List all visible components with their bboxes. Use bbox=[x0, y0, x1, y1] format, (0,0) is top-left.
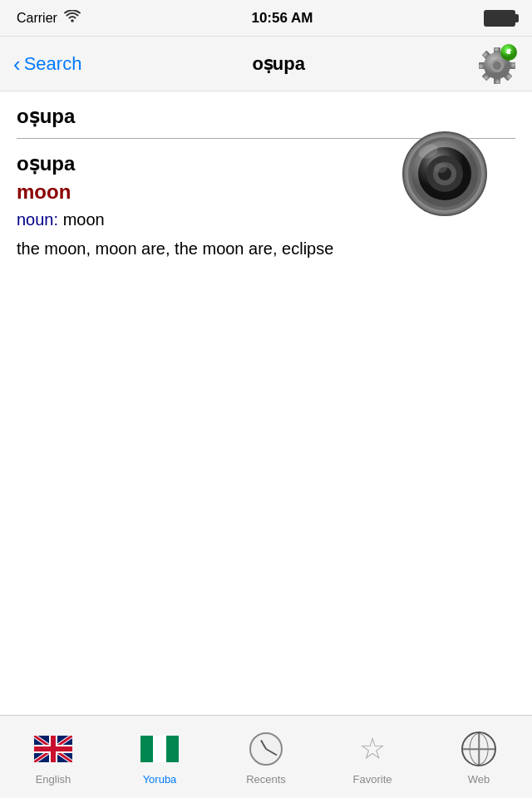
svg-point-0 bbox=[71, 19, 74, 22]
tab-yoruba[interactable]: Yoruba bbox=[106, 728, 213, 786]
tab-recents[interactable]: Recents bbox=[213, 728, 319, 786]
svg-rect-34 bbox=[166, 736, 179, 762]
tab-favorite[interactable]: ☆ Favorite bbox=[319, 728, 426, 786]
favorite-star-icon: ☆ bbox=[352, 728, 393, 770]
tab-english[interactable]: English bbox=[0, 728, 106, 786]
tab-favorite-label: Favorite bbox=[353, 773, 392, 786]
tab-recents-label: Recents bbox=[246, 773, 286, 786]
back-button[interactable]: ‹ Search bbox=[13, 53, 81, 75]
svg-rect-32 bbox=[140, 736, 153, 762]
speaker-button[interactable] bbox=[391, 118, 499, 226]
wifi-icon bbox=[64, 10, 81, 27]
carrier-label: Carrier bbox=[17, 11, 57, 26]
svg-point-11 bbox=[493, 62, 501, 70]
tab-english-label: English bbox=[36, 773, 71, 786]
yoruba-flag-icon bbox=[139, 728, 180, 770]
word-section: oṣupa bbox=[17, 105, 515, 261]
tab-bar: English Yoruba Recents ☆ Favorite bbox=[0, 715, 532, 798]
recents-clock-icon bbox=[245, 728, 287, 770]
tab-web[interactable]: Web bbox=[426, 728, 532, 786]
entry-examples: the moon, moon are, the moon are, eclips… bbox=[17, 236, 515, 261]
main-content: oṣupa bbox=[0, 91, 532, 715]
back-chevron-icon: ‹ bbox=[13, 53, 21, 75]
entry-pos: noun: bbox=[17, 210, 58, 229]
status-time: 10:56 AM bbox=[251, 10, 313, 27]
tab-web-label: Web bbox=[468, 773, 490, 786]
nav-title: oṣupa bbox=[252, 53, 305, 75]
tab-yoruba-label: Yoruba bbox=[143, 773, 177, 786]
back-label: Search bbox=[24, 53, 82, 75]
english-flag-icon bbox=[32, 728, 74, 770]
settings-button[interactable] bbox=[475, 42, 519, 86]
entry-definition: moon bbox=[63, 210, 105, 229]
status-bar: Carrier 10:56 AM bbox=[0, 0, 532, 37]
nav-bar: ‹ Search oṣupa bbox=[0, 37, 532, 91]
web-globe-icon bbox=[458, 728, 500, 770]
svg-rect-33 bbox=[153, 736, 166, 762]
battery-icon bbox=[484, 10, 515, 27]
status-left: Carrier bbox=[17, 10, 81, 27]
svg-point-21 bbox=[434, 163, 447, 173]
svg-rect-31 bbox=[34, 746, 72, 751]
